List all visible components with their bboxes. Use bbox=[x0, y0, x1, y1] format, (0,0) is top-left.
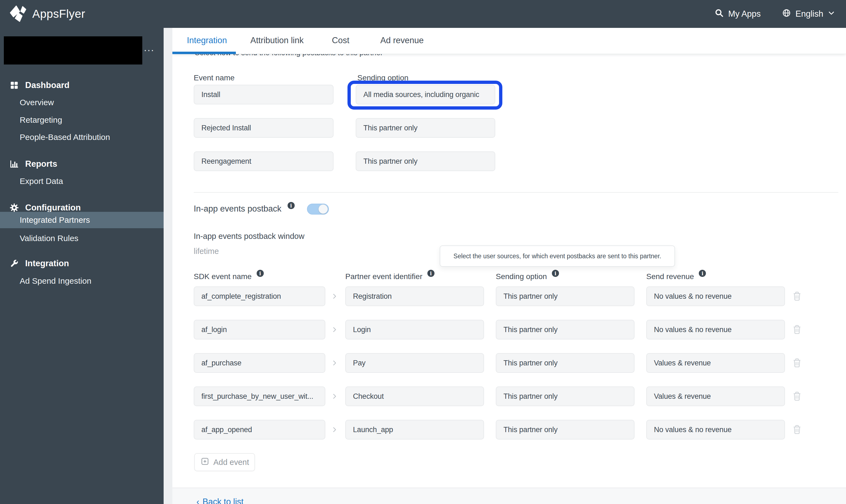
my-apps-button[interactable]: My Apps bbox=[714, 8, 761, 20]
sending-option-select[interactable]: This partner only bbox=[356, 118, 495, 138]
tab-bar: Integration Attribution link Cost Ad rev… bbox=[172, 28, 846, 54]
sdk-event-name-field[interactable]: af_login bbox=[194, 320, 325, 340]
back-to-list-link[interactable]: ‹ Back to list bbox=[196, 497, 243, 504]
trash-icon[interactable] bbox=[791, 324, 803, 335]
sidebar-item-retargeting[interactable]: Retargeting bbox=[20, 114, 62, 126]
event-mapping-row: af_complete_registration Registration Th… bbox=[172, 286, 846, 306]
app-selector-redacted[interactable] bbox=[4, 36, 142, 65]
wrench-icon bbox=[9, 259, 19, 268]
app-header: AppsFlyer My Apps English bbox=[0, 0, 846, 28]
tab-attribution-link[interactable]: Attribution link bbox=[251, 28, 304, 53]
chevron-right-icon bbox=[330, 326, 338, 334]
language-label: English bbox=[795, 9, 823, 19]
sidebar-section-integration[interactable]: Integration bbox=[9, 257, 69, 270]
sdk-event-name-field[interactable]: af_app_opened bbox=[194, 420, 325, 439]
add-event-label: Add event bbox=[213, 458, 249, 467]
sidebar-item-people-based-attribution[interactable]: People-Based Attribution bbox=[20, 131, 110, 143]
in-app-events-postback-text: In-app events postback bbox=[194, 204, 281, 214]
sending-option-header: Sending option bbox=[496, 271, 559, 283]
postback-window-value[interactable]: lifetime bbox=[194, 245, 219, 257]
sidebar-section-title: Configuration bbox=[25, 203, 81, 213]
globe-icon bbox=[782, 8, 791, 20]
event-mapping-row: first_purchase_by_new_user_wit... Checko… bbox=[172, 386, 846, 406]
sdk-event-name-header: SDK event name bbox=[194, 271, 264, 283]
sending-option-select[interactable]: This partner only bbox=[496, 386, 635, 406]
page-footer: ‹ Back to list bbox=[172, 488, 846, 504]
grid-icon bbox=[9, 80, 19, 90]
trash-icon[interactable] bbox=[791, 290, 803, 302]
trash-icon[interactable] bbox=[791, 424, 803, 435]
search-icon bbox=[714, 8, 724, 20]
section-divider bbox=[194, 192, 838, 193]
appsflyer-logo: AppsFlyer bbox=[8, 3, 85, 24]
in-app-events-postback-toggle[interactable] bbox=[307, 204, 329, 215]
partner-event-identifier-field[interactable]: Launch_app bbox=[345, 420, 484, 439]
chevron-down-icon bbox=[828, 9, 835, 19]
language-selector[interactable]: English bbox=[782, 8, 835, 20]
sidebar-item-export-data[interactable]: Export Data bbox=[20, 175, 63, 187]
event-name-column-label: Event name bbox=[194, 72, 235, 83]
appsflyer-logo-text: AppsFlyer bbox=[32, 7, 85, 20]
sending-option-select[interactable]: This partner only bbox=[496, 286, 635, 306]
partner-event-identifier-field[interactable]: Registration bbox=[345, 286, 484, 306]
info-icon[interactable] bbox=[699, 270, 706, 277]
partner-event-identifier-field[interactable]: Pay bbox=[345, 353, 484, 373]
send-revenue-select[interactable]: Values & revenue bbox=[646, 353, 785, 373]
sidebar-item-overview[interactable]: Overview bbox=[20, 96, 54, 108]
sidebar-item-ad-spend-ingestion[interactable]: Ad Spend Ingestion bbox=[20, 275, 91, 287]
sidebar-section-dashboard[interactable]: Dashboard bbox=[9, 79, 69, 91]
plus-square-icon bbox=[200, 457, 210, 468]
event-mapping-row: af_login Login This partner only No valu… bbox=[172, 320, 846, 340]
tooltip-text: Select the user sources, for which event… bbox=[453, 253, 661, 260]
send-revenue-select[interactable]: No values & no revenue bbox=[646, 320, 785, 340]
tab-ad-revenue[interactable]: Ad revenue bbox=[380, 28, 424, 53]
info-icon[interactable] bbox=[257, 270, 264, 277]
sending-option-select[interactable]: This partner only bbox=[496, 420, 635, 439]
partner-event-identifier-field[interactable]: Checkout bbox=[345, 386, 484, 406]
event-name-field[interactable]: Rejected Install bbox=[194, 118, 333, 138]
partner-event-identifier-field[interactable]: Login bbox=[345, 320, 484, 340]
sidebar: ... Dashboard Overview Retargeting Peopl… bbox=[0, 28, 163, 504]
chevron-right-icon bbox=[330, 292, 338, 300]
sidebar-item-integrated-partners[interactable]: Integrated Partners bbox=[0, 212, 163, 228]
topbar-right: My Apps English bbox=[714, 8, 835, 20]
toggle-knob bbox=[318, 204, 328, 214]
sdk-event-name-field[interactable]: af_purchase bbox=[194, 353, 325, 373]
info-icon[interactable] bbox=[552, 270, 559, 277]
event-name-field[interactable]: Reengagement bbox=[194, 151, 333, 171]
tab-cost[interactable]: Cost bbox=[332, 28, 349, 53]
trash-icon[interactable] bbox=[791, 390, 803, 402]
send-revenue-select[interactable]: No values & no revenue bbox=[646, 286, 785, 306]
chevron-left-icon: ‹ bbox=[196, 497, 199, 504]
sending-option-select[interactable]: All media sources, including organic bbox=[356, 85, 495, 104]
sending-option-select[interactable]: This partner only bbox=[496, 353, 635, 373]
send-revenue-select[interactable]: No values & no revenue bbox=[646, 420, 785, 439]
trash-icon[interactable] bbox=[791, 357, 803, 368]
back-to-list-label: Back to list bbox=[203, 497, 243, 504]
tab-integration[interactable]: Integration bbox=[187, 28, 227, 53]
chevron-right-icon bbox=[330, 359, 338, 367]
info-icon[interactable] bbox=[288, 202, 295, 209]
sending-option-select[interactable]: This partner only bbox=[356, 151, 495, 171]
send-revenue-header: Send revenue bbox=[646, 271, 706, 283]
sdk-event-name-field[interactable]: af_complete_registration bbox=[194, 286, 325, 306]
sdk-event-name-field[interactable]: first_purchase_by_new_user_wit... bbox=[194, 386, 325, 406]
postback-window-label: In-app events postback window bbox=[194, 230, 305, 242]
bar-chart-icon bbox=[9, 159, 19, 169]
my-apps-label: My Apps bbox=[728, 9, 761, 19]
sidebar-section-title: Integration bbox=[25, 258, 69, 268]
app-selector-more-button[interactable]: ... bbox=[144, 42, 155, 54]
send-revenue-select[interactable]: Values & revenue bbox=[646, 386, 785, 406]
sidebar-section-title: Dashboard bbox=[25, 80, 69, 90]
integration-settings-card: Select how to send the following postbac… bbox=[172, 28, 846, 488]
event-mapping-row: af_purchase Pay This partner only Values… bbox=[172, 353, 846, 373]
info-icon[interactable] bbox=[427, 270, 434, 277]
sending-option-tooltip: Select the user sources, for which event… bbox=[440, 246, 675, 267]
event-name-field[interactable]: Install bbox=[194, 85, 333, 104]
sidebar-item-validation-rules[interactable]: Validation Rules bbox=[20, 232, 79, 244]
sidebar-section-reports[interactable]: Reports bbox=[9, 158, 57, 170]
in-app-events-postback-label: In-app events postback bbox=[194, 203, 295, 215]
add-event-button[interactable]: Add event bbox=[194, 453, 255, 471]
partner-event-identifier-header: Partner event identifier bbox=[345, 271, 434, 283]
sending-option-select[interactable]: This partner only bbox=[496, 320, 635, 340]
